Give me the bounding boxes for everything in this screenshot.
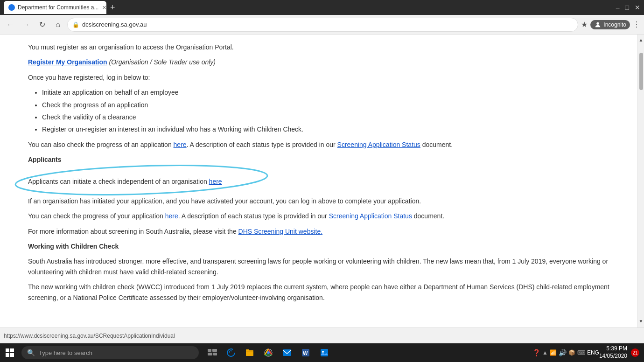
volume-icon[interactable]: 🔊 xyxy=(559,349,567,356)
restore-button[interactable]: □ xyxy=(625,4,629,11)
time: 5:39 PM xyxy=(599,345,627,353)
title-bar: Department for Communities a... ✕ + – □ … xyxy=(0,0,644,15)
close-button[interactable]: ✕ xyxy=(635,4,640,11)
progress-paragraph-1: You can also check the progress of an ap… xyxy=(28,139,609,150)
address-bar-right: ★ Incognito ⋮ xyxy=(581,20,640,29)
edge-icon-btn[interactable] xyxy=(223,345,239,361)
svg-rect-6 xyxy=(208,349,211,352)
chrome-icon xyxy=(264,348,273,357)
start-button[interactable] xyxy=(0,343,20,362)
network-icon[interactable]: 📶 xyxy=(550,349,557,356)
new-tab-button[interactable]: + xyxy=(110,3,115,13)
taskview-button[interactable] xyxy=(204,345,220,361)
incognito-button[interactable]: Incognito xyxy=(590,20,630,29)
up-arrow-icon[interactable]: ▲ xyxy=(542,349,548,356)
home-button[interactable]: ⌂ xyxy=(51,18,64,31)
svg-rect-5 xyxy=(10,353,14,357)
taskbar-search[interactable]: 🔍 Type here to search xyxy=(21,346,199,359)
word-icon: W xyxy=(301,348,310,357)
applicants-heading-text: Applicants xyxy=(28,154,609,165)
status-url: https://www.dcsiscreening.sa.gov.au/SCRe… xyxy=(4,333,175,339)
photos-btn[interactable] xyxy=(316,345,332,361)
screening-status-link-2[interactable]: Screening Application Status xyxy=(329,212,412,220)
mail-icon xyxy=(282,349,292,356)
date: 14/05/2020 xyxy=(599,353,627,360)
svg-rect-2 xyxy=(6,348,9,352)
incognito-icon xyxy=(594,21,602,28)
keyboard-icon[interactable]: ⌨ xyxy=(577,349,585,356)
register-link-suffix: (Organisation / Sole Trader use only) xyxy=(107,58,216,66)
status-bar: https://www.dcsiscreening.sa.gov.au/SCRe… xyxy=(0,327,644,343)
reload-icon: ↻ xyxy=(39,20,45,29)
svg-point-18 xyxy=(322,351,324,353)
here-link-2[interactable]: here xyxy=(165,212,178,220)
url-text: dcsiscreening.sa.gov.au xyxy=(82,21,573,28)
wwc-heading-paragraph: Working with Children Check xyxy=(28,241,609,251)
wwc-para1: South Australia has introduced stronger,… xyxy=(28,256,609,277)
taskbar: 🔍 Type here to search xyxy=(0,343,644,362)
tray-icons: ❓ ▲ 📶 🔊 📦 ⌨ ENG xyxy=(532,349,599,356)
home-icon: ⌂ xyxy=(56,21,60,29)
register-my-org-link[interactable]: Register My Organisation xyxy=(28,58,107,66)
content-area: You must register as an organisation to … xyxy=(0,35,637,327)
bullet-list: Initiate an application on behalf of an … xyxy=(42,87,609,135)
dropbox-icon[interactable]: 📦 xyxy=(568,349,575,356)
svg-rect-11 xyxy=(246,349,249,351)
register-paragraph: You must register as an organisation to … xyxy=(28,42,609,52)
taskbar-clock[interactable]: 5:39 PM 14/05/2020 xyxy=(599,345,627,360)
once-registered-text: Once you have registered, log in below t… xyxy=(28,72,609,83)
lock-icon: 🔒 xyxy=(72,21,79,28)
forward-button[interactable]: → xyxy=(20,18,33,31)
svg-rect-3 xyxy=(10,348,14,352)
bookmark-icon[interactable]: ★ xyxy=(581,20,588,29)
minimize-button[interactable]: – xyxy=(616,4,620,11)
active-tab[interactable]: Department for Communities a... ✕ xyxy=(4,1,106,14)
taskbar-icons: W xyxy=(199,345,532,361)
back-button[interactable]: ← xyxy=(4,18,17,31)
tab-title: Department for Communities a... xyxy=(18,4,98,11)
reload-button[interactable]: ↻ xyxy=(35,18,49,31)
search-placeholder: Type here to search xyxy=(39,349,92,356)
tab-favicon xyxy=(8,4,15,11)
scroll-up-arrow[interactable]: ▲ xyxy=(638,36,644,43)
edge-icon xyxy=(226,348,236,357)
svg-rect-4 xyxy=(6,353,9,357)
wwc-para2: The new working with children check (WWC… xyxy=(28,282,609,303)
progress-paragraph-2: You can check the progress of your appli… xyxy=(28,211,609,221)
svg-rect-17 xyxy=(321,349,328,356)
screening-status-link-1[interactable]: Screening Application Status xyxy=(337,141,420,148)
incognito-label: Incognito xyxy=(603,21,626,28)
applicants-paragraph: Applicants can initiate a check independ… xyxy=(28,170,609,191)
url-bar[interactable]: 🔒 dcsiscreening.sa.gov.au xyxy=(67,18,578,32)
svg-point-1 xyxy=(15,161,268,198)
register-link-paragraph: Register My Organisation (Organisation /… xyxy=(28,57,609,67)
word-btn[interactable]: W xyxy=(298,345,314,361)
eng-label[interactable]: ENG xyxy=(587,349,599,356)
forward-arrow-icon: → xyxy=(22,21,30,29)
menu-icon[interactable]: ⋮ xyxy=(633,20,640,29)
svg-point-0 xyxy=(597,22,599,24)
task-view-icon xyxy=(208,349,217,356)
close-tab-button[interactable]: ✕ xyxy=(102,5,106,11)
if-organisation-paragraph: If an organisation has initiated your ap… xyxy=(28,196,609,206)
scroll-down-arrow[interactable]: ▼ xyxy=(638,318,644,325)
windows-icon xyxy=(5,348,14,357)
svg-rect-8 xyxy=(208,353,212,355)
file-explorer-icon xyxy=(245,348,254,357)
scrollbar-thumb[interactable] xyxy=(639,53,643,90)
dhs-link[interactable]: DHS Screening Unit website. xyxy=(238,228,323,235)
svg-rect-10 xyxy=(246,350,253,356)
mail-btn[interactable] xyxy=(279,345,295,361)
bullet-1: Initiate an application on behalf of an … xyxy=(42,87,609,97)
photos-icon xyxy=(320,348,329,357)
taskbar-right: 5:39 PM 14/05/2020 21 xyxy=(599,345,644,360)
here-link-1[interactable]: here xyxy=(174,141,187,148)
file-explorer-btn[interactable] xyxy=(242,345,258,361)
chrome-btn[interactable] xyxy=(260,345,276,361)
svg-rect-9 xyxy=(213,353,217,355)
svg-rect-7 xyxy=(212,349,217,352)
help-icon[interactable]: ❓ xyxy=(532,349,540,356)
scrollbar[interactable]: ▲ ▼ xyxy=(637,35,644,327)
notification-badge[interactable]: 21 xyxy=(631,348,639,357)
svg-rect-14 xyxy=(283,349,291,356)
